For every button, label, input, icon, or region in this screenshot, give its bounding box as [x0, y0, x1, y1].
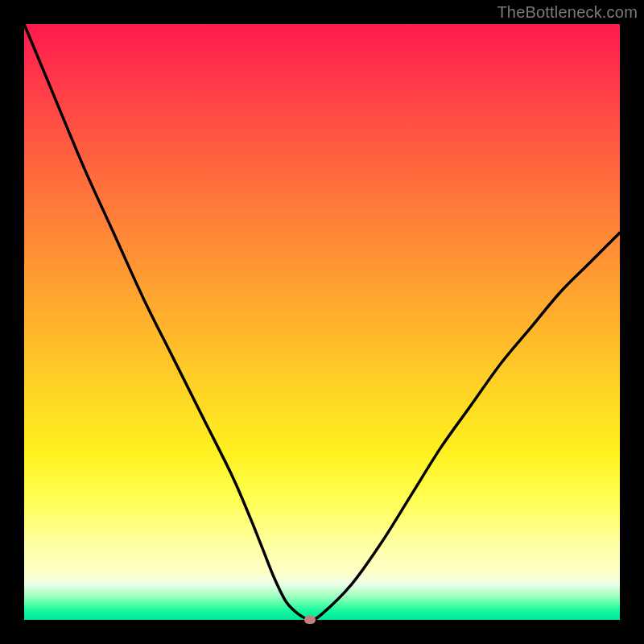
chart-frame: TheBottleneck.com	[0, 0, 644, 644]
min-marker	[304, 616, 316, 624]
bottleneck-curve	[24, 24, 620, 620]
watermark: TheBottleneck.com	[497, 3, 638, 22]
curve-layer	[24, 24, 620, 620]
